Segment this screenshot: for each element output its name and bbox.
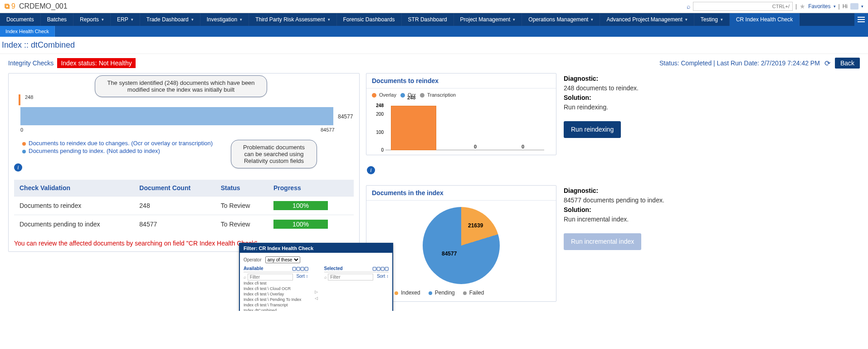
- logo-nine: 9: [11, 2, 15, 10]
- chevron-down-icon: ▾: [513, 17, 515, 22]
- nav-item-batches[interactable]: Batches: [41, 13, 73, 26]
- sort-link[interactable]: Sort ↕: [296, 274, 308, 279]
- status-row: Integrity Checks Index status: Not Healt…: [0, 54, 868, 71]
- index-pie-box: Documents in the index 21639 84577 Index…: [366, 185, 556, 302]
- reindex-row: Documents to reindex Overlay Ocr Transcr…: [366, 73, 860, 155]
- subtab-index-health-check[interactable]: Index Health Check: [0, 26, 55, 37]
- callout-searchable: Problematic documents can be searched us…: [231, 140, 317, 168]
- dot-icon: [22, 150, 26, 153]
- chevron-down-icon: ▾: [591, 17, 593, 22]
- chevron-down-icon: ▾: [721, 17, 723, 22]
- reindex-legend: Overlay Ocr Transcription: [372, 92, 551, 98]
- reindex-chart-box: Documents to reindex Overlay Ocr Transcr…: [366, 73, 556, 155]
- pie-label-pending: 84577: [442, 251, 457, 257]
- nav-item-erp[interactable]: ERP▾: [111, 13, 140, 26]
- nav-item-project-management[interactable]: Project Management▾: [454, 13, 522, 26]
- pie-label-indexed: 21639: [468, 222, 483, 229]
- nav-item-cr-index-health-check[interactable]: CR Index Health Check: [730, 13, 800, 26]
- dot-icon: [372, 93, 376, 98]
- col-progress: Progress: [268, 180, 354, 197]
- nav-item-trade-dashboard[interactable]: Trade Dashboard▾: [140, 13, 200, 26]
- move-arrows[interactable]: ▷◁: [315, 266, 318, 311]
- box-icons: ▢▢▢▢: [292, 266, 308, 271]
- index-docs-row: Documents in the index 21639 84577 Index…: [366, 185, 860, 302]
- index-status-badge: Index status: Not Healthy: [57, 58, 135, 68]
- titlebar: ⧉ 9 CRDEMO_001 ⌕ | ★ Favorites ▾ | Hi xx…: [0, 0, 868, 13]
- back-button[interactable]: Back: [835, 58, 860, 69]
- info-icon[interactable]: i: [367, 166, 375, 174]
- user-name-blur: xxx: [850, 3, 858, 10]
- main-nav: DocumentsBatchesReports▾ERP▾Trade Dashbo…: [0, 13, 868, 26]
- chevron-down-icon: ▾: [328, 17, 330, 22]
- breadcrumb: Index :: dtCombined: [0, 37, 868, 54]
- greeting: Hi: [843, 3, 848, 10]
- axis-0: 0: [20, 127, 23, 133]
- list-item[interactable]: Index cfi test \ Pending To Index: [244, 297, 308, 302]
- run-reindexing-button[interactable]: Run reindexing: [564, 121, 621, 138]
- reindex-plot: 0 100 200 248 248 0 0: [372, 100, 544, 150]
- sub-nav: Index Health Check: [0, 26, 868, 37]
- bar-segment-reindex: [19, 94, 20, 105]
- search-icon[interactable]: ⌕: [687, 3, 690, 10]
- table-row: Documents to reindex 248 To Review 100%: [14, 197, 354, 215]
- nav-item-operations-management[interactable]: Operations Management▾: [522, 13, 600, 26]
- info-icon[interactable]: i: [14, 163, 22, 172]
- col-document-count: Document Count: [134, 180, 215, 197]
- list-item[interactable]: Index cfi test \ Cloud OCR: [244, 286, 308, 291]
- global-search-input[interactable]: [693, 2, 793, 11]
- main-area: The system identified (248) documents wh…: [0, 71, 868, 311]
- integrity-checks-label: Integrity Checks: [8, 59, 54, 67]
- left-panel: The system identified (248) documents wh…: [8, 73, 360, 252]
- available-filter-input[interactable]: [248, 274, 293, 280]
- progress-bar: 100%: [273, 220, 328, 229]
- operator-select[interactable]: any of these: [265, 256, 300, 263]
- progress-bar: 100%: [273, 201, 328, 210]
- search-icon: ⌕: [324, 275, 327, 280]
- available-list[interactable]: Index cfi testIndex cfi test \ Cloud OCR…: [244, 280, 308, 311]
- dot-icon: [429, 291, 432, 295]
- status-text: Status: Completed | Last Run Date: 2/7/2…: [659, 59, 820, 67]
- chevron-down-icon: ▾: [240, 17, 242, 22]
- favorites-link[interactable]: Favorites: [808, 3, 830, 10]
- dot-icon: [22, 142, 26, 146]
- star-icon[interactable]: ★: [800, 3, 805, 10]
- nav-item-testing[interactable]: Testing▾: [694, 13, 730, 26]
- index-pie-chart: 21639 84577: [423, 207, 500, 284]
- nav-item-investigation[interactable]: Investigation▾: [200, 13, 249, 26]
- nav-item-str-dashboard[interactable]: STR Dashboard: [402, 13, 454, 26]
- bar-label-248: 248: [25, 94, 33, 100]
- search-icon: ⌕: [244, 275, 246, 280]
- dot-icon: [400, 93, 405, 98]
- right-column: Documents to reindex Overlay Ocr Transcr…: [366, 73, 860, 302]
- list-item[interactable]: Index dtCombined: [244, 308, 308, 311]
- table-row: Documents pending to index 84577 To Revi…: [14, 215, 354, 234]
- col-check-validation: Check Validation: [14, 180, 134, 197]
- operator-label: Operator: [244, 257, 261, 262]
- refresh-icon[interactable]: ⟳: [824, 59, 830, 68]
- hamburger-icon[interactable]: [854, 13, 868, 26]
- chevron-down-icon: ▾: [102, 17, 104, 22]
- list-item[interactable]: Index cfi test \ Overlay: [244, 291, 308, 297]
- chevron-down-icon: ▾: [861, 4, 863, 9]
- available-header: Available: [244, 266, 263, 271]
- nav-item-reports[interactable]: Reports▾: [73, 13, 111, 26]
- nav-item-forensic-dashboards[interactable]: Forensic Dashboards: [337, 13, 402, 26]
- dot-icon: [420, 93, 424, 98]
- chevron-down-icon: ▾: [834, 4, 836, 9]
- col-status: Status: [215, 180, 268, 197]
- pie-diagnostic: Diagnostic: 84577 documents pending to i…: [564, 185, 860, 250]
- chevron-down-icon: ▾: [191, 17, 194, 22]
- index-pie-title: Documents in the index: [366, 186, 556, 201]
- nav-item-third-party-risk-assessment[interactable]: Third Party Risk Assessment▾: [249, 13, 336, 26]
- separator: |: [839, 3, 840, 10]
- nav-item-advanced-project-management[interactable]: Advanced Project Management▾: [600, 13, 694, 26]
- axis-max: 84577: [321, 127, 335, 133]
- dot-icon: [463, 291, 467, 295]
- run-incremental-index-button[interactable]: Run incremental index: [564, 233, 641, 250]
- nav-item-documents[interactable]: Documents: [0, 13, 41, 26]
- pie-legend: Indexed Pending Failed: [372, 290, 551, 296]
- dot-icon: [395, 291, 398, 295]
- chevron-down-icon: ▾: [685, 17, 688, 22]
- list-item[interactable]: Index cfi test: [244, 280, 308, 286]
- list-item[interactable]: Index cfi test \ Transcript: [244, 302, 308, 308]
